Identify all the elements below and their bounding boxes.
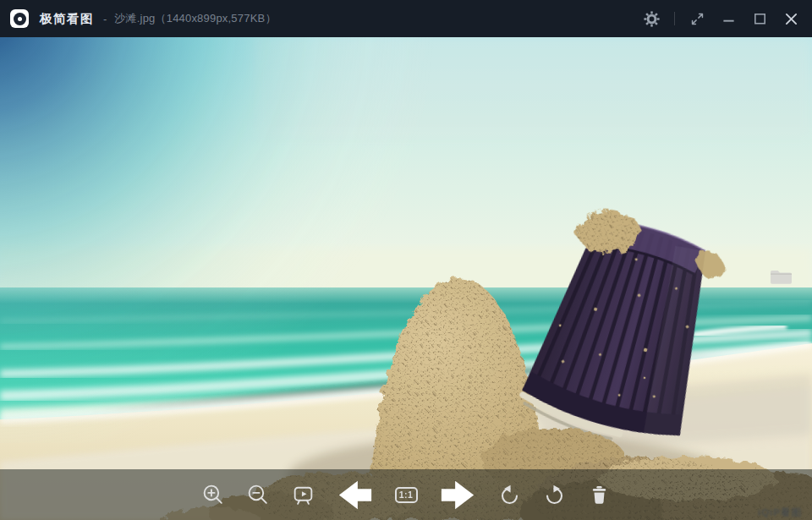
fullscreen-button[interactable] [689,10,706,28]
title-bar: 极简看图 - 沙滩.jpg（1440x899px,577KB） [0,0,812,37]
zoom-in-icon [201,483,226,507]
trash-icon [587,483,612,507]
zoom-out-button[interactable] [246,483,271,507]
photo-vignette [0,37,812,520]
zoom-in-button[interactable] [201,483,226,507]
toolbar: 1:1 [0,469,812,520]
folder-icon [769,267,793,287]
maximize-button[interactable] [751,10,769,28]
image-viewer: 1:1 [0,37,812,520]
zoom-out-icon [246,483,271,507]
title-separator: - [103,13,107,25]
delete-button[interactable] [587,483,612,507]
slideshow-button[interactable] [291,483,315,507]
previous-arrow-icon [337,479,374,511]
photo-beach-bucket [0,37,812,520]
rotate-right-button[interactable] [542,483,567,507]
close-button[interactable] [782,10,800,28]
actual-size-button[interactable]: 1:1 [395,487,418,503]
titlebar-controls [643,10,800,28]
actual-size-icon: 1:1 [395,487,418,503]
settings-button[interactable] [643,10,661,28]
logo-dot [18,17,22,21]
next-image-button[interactable] [439,479,476,511]
app-title: 极简看图 [40,11,94,27]
rotate-right-icon [542,483,567,507]
minimize-icon [720,10,738,28]
app-window: 极简看图 - 沙滩.jpg（1440x899px,577KB） [0,0,812,520]
maximize-icon [751,10,769,28]
titlebar-left: 极简看图 - 沙滩.jpg（1440x899px,577KB） [10,9,277,28]
file-info: 沙滩.jpg（1440x899px,577KB） [114,11,276,26]
next-arrow-icon [439,479,476,511]
app-logo-icon [10,9,29,28]
slideshow-icon [291,483,315,507]
previous-image-button[interactable] [337,479,374,511]
open-folder-button[interactable] [769,267,793,289]
rotate-left-icon [497,483,522,507]
rotate-left-button[interactable] [497,483,522,507]
fullscreen-icon [689,10,706,28]
minimize-button[interactable] [720,10,738,28]
close-icon [782,10,800,28]
logo-ring [14,13,26,25]
titlebar-divider [674,12,675,25]
gear-icon [643,10,661,28]
